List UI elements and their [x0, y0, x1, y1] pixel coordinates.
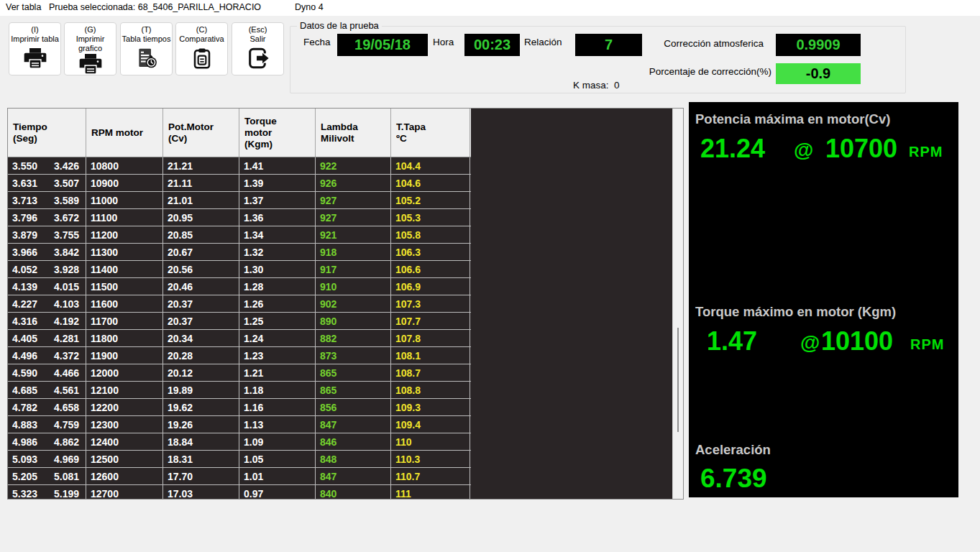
tiempo-parcial: 4.466	[54, 367, 79, 379]
tiempo-parcial: 4.969	[54, 454, 79, 465]
tiempo-parcial: 3.589	[54, 195, 79, 206]
table-row[interactable]: 3.7963.6721110020.951.36927105.3	[8, 209, 471, 226]
table-row[interactable]: 4.2274.1031160020.371.26902107.3	[8, 295, 471, 313]
fecha-label: Fecha	[303, 37, 331, 47]
cell-torque: 0.97	[239, 485, 316, 500]
table-row[interactable]: 4.7824.6581220019.621.16856109.3	[8, 399, 471, 416]
table-row[interactable]: 4.9864.8621240018.841.09846110	[8, 433, 471, 451]
table-row[interactable]: 5.2055.0811260017.701.01847110.7	[8, 468, 471, 485]
porcentaje-display: -0.9	[776, 63, 861, 84]
table-row[interactable]: 4.0523.9281140020.561.30917106.6	[8, 261, 471, 278]
tiempo-parcial: 3.507	[54, 178, 79, 189]
cell-potencia: 18.31	[163, 451, 239, 467]
clipboard-icon	[191, 47, 214, 73]
tiempo-parcial: 3.928	[54, 264, 79, 275]
menu-item-ver-tabla[interactable]: Ver tabla	[6, 2, 41, 12]
tiempo-total: 3.713	[12, 195, 37, 206]
cell-ttapa: 108.1	[391, 347, 470, 364]
relacion-label: Relación	[524, 37, 562, 47]
comparative-button[interactable]: (C) Comparativa	[175, 22, 228, 75]
cell-tiempo: 3.7963.672	[8, 209, 86, 226]
cell-lambda: 847	[316, 416, 391, 433]
max-torque-title: Torque máximo en motor (Kgm)	[695, 304, 896, 320]
print-table-button[interactable]: (I) Imprimir tabla	[9, 22, 61, 75]
cell-lambda: 890	[316, 313, 391, 329]
cell-tiempo: 3.7133.589	[8, 192, 86, 208]
table-row[interactable]: 3.5503.4261080021.211.41922104.4	[8, 157, 471, 175]
table-row[interactable]: 3.6313.5071090021.111.39926104.6	[8, 175, 471, 192]
cell-potencia: 21.11	[163, 175, 239, 191]
cell-tiempo: 4.0523.928	[8, 261, 86, 277]
tiempo-total: 4.405	[12, 333, 37, 344]
tiempo-parcial: 4.759	[54, 419, 79, 431]
tiempo-parcial: 4.561	[54, 385, 79, 396]
cell-potencia: 19.89	[163, 382, 239, 398]
print-graph-button[interactable]: (G) Imprimir grafico	[64, 22, 116, 75]
table-row[interactable]: 4.3164.1921170020.371.25890107.7	[8, 313, 471, 330]
tiempo-total: 5.205	[12, 471, 37, 482]
cell-ttapa: 111	[391, 485, 470, 500]
button-shortcut: (I)	[31, 25, 38, 34]
table-row[interactable]: 5.0934.9691250018.311.05848110.3	[8, 451, 471, 468]
cell-tiempo: 4.4054.281	[8, 330, 86, 346]
table-row[interactable]: 3.7133.5891100021.011.37927105.2	[8, 192, 471, 209]
tiempo-total: 3.550	[12, 160, 37, 172]
cell-potencia: 20.34	[163, 330, 239, 346]
table-row[interactable]: 4.4054.2811180020.341.24882107.8	[8, 330, 471, 347]
tiempo-parcial: 5.199	[54, 488, 79, 500]
dyno-label: Dyno 4	[295, 2, 324, 12]
cell-tiempo: 3.6313.507	[8, 175, 86, 191]
cell-rpm: 11500	[86, 278, 163, 295]
exit-button[interactable]: (Esc) Salir	[232, 22, 284, 75]
cell-torque: 1.01	[239, 468, 316, 484]
cell-tiempo: 4.6854.561	[8, 382, 86, 398]
menu-bar: Ver tabla Prueba seleccionada: 68_5406_P…	[0, 0, 980, 16]
cell-torque: 1.25	[239, 313, 316, 329]
cell-torque: 1.05	[239, 451, 316, 467]
table-row[interactable]: 4.1394.0151150020.461.28910106.9	[8, 278, 471, 295]
tiempo-total: 4.986	[12, 436, 37, 448]
cell-potencia: 20.95	[163, 209, 239, 226]
cell-rpm: 12000	[86, 364, 163, 381]
rpm-unit-label: RPM	[910, 336, 944, 353]
table-row[interactable]: 3.8793.7551120020.851.34921105.8	[8, 226, 471, 244]
kmasa-label: K masa: 0	[573, 80, 620, 91]
cell-potencia: 20.67	[163, 244, 239, 260]
cell-lambda: 873	[316, 347, 391, 364]
table-row[interactable]: 4.6854.5611210019.891.18865108.8	[8, 382, 471, 399]
cell-ttapa: 104.4	[391, 157, 470, 174]
cell-tiempo: 4.2274.103	[8, 295, 86, 312]
cell-rpm: 11600	[86, 295, 163, 312]
table-row[interactable]: 3.9663.8421130020.671.32918106.3	[8, 244, 471, 261]
table-row[interactable]: 4.4964.3721190020.281.23873108.1	[8, 347, 471, 364]
cell-potencia: 20.85	[163, 226, 239, 243]
cell-rpm: 12100	[86, 382, 163, 398]
cell-tiempo: 4.4964.372	[8, 347, 86, 364]
button-label: Comparativa	[179, 34, 224, 44]
time-table-button[interactable]: (T) Tabla tiempos	[120, 22, 173, 75]
cell-lambda: 865	[316, 364, 391, 381]
cell-tiempo: 3.8793.755	[8, 226, 86, 243]
cell-ttapa: 106.9	[391, 278, 470, 295]
vertical-scrollbar[interactable]	[672, 109, 683, 499]
cell-rpm: 11100	[86, 209, 163, 226]
cell-tiempo: 3.5503.426	[8, 157, 86, 174]
cell-torque: 1.30	[239, 261, 316, 277]
at-symbol: @	[800, 331, 820, 354]
table-row[interactable]: 4.8834.7591230019.261.13847109.4	[8, 416, 471, 433]
cell-potencia: 20.12	[163, 364, 239, 381]
scrollbar-thumb[interactable]	[677, 328, 679, 432]
cell-torque: 1.24	[239, 330, 316, 346]
table-row[interactable]: 5.3235.1991270017.030.97840111	[8, 485, 471, 500]
cell-tiempo: 5.3235.199	[8, 485, 86, 500]
cell-lambda: 927	[316, 209, 391, 226]
fecha-display: 19/05/18	[337, 34, 428, 56]
button-label: Tabla tiempos	[122, 34, 171, 44]
tiempo-total: 3.631	[12, 178, 37, 189]
cell-torque: 1.16	[239, 399, 316, 415]
cell-tiempo: 4.7824.658	[8, 399, 86, 415]
header-tiempo: Tiempo (Seg)	[8, 109, 86, 157]
cell-potencia: 21.01	[163, 192, 239, 208]
table-row[interactable]: 4.5904.4661200020.121.21865108.7	[8, 364, 471, 382]
cell-rpm: 12500	[86, 451, 163, 467]
